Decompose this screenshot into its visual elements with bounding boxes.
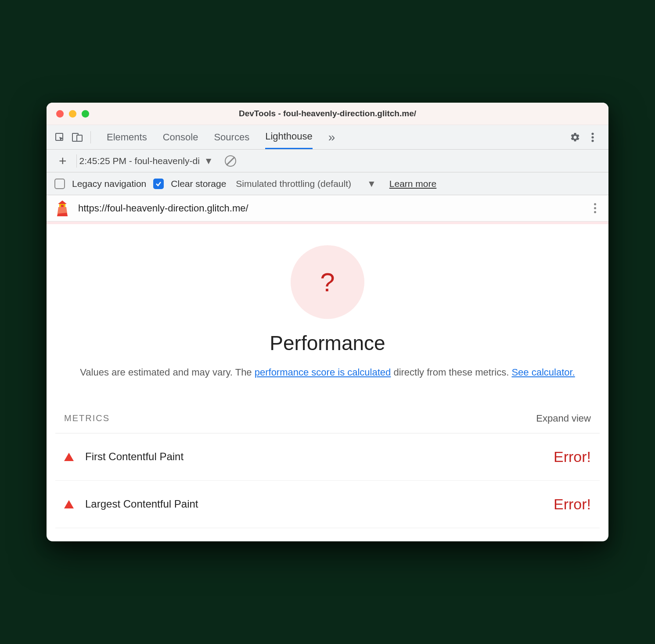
divider xyxy=(76,154,77,168)
error-triangle-icon xyxy=(64,500,74,508)
lighthouse-options: Legacy navigation Clear storage Simulate… xyxy=(47,172,608,195)
svg-point-5 xyxy=(591,140,594,142)
svg-rect-8 xyxy=(61,205,64,207)
tab-sources[interactable]: Sources xyxy=(214,125,249,149)
expand-view-toggle[interactable]: Expand view xyxy=(536,413,591,424)
throttling-dropdown-icon[interactable]: ▼ xyxy=(367,179,376,189)
metrics-header: METRICS Expand view xyxy=(55,389,600,433)
clear-storage-checkbox[interactable] xyxy=(153,179,164,189)
lighthouse-toolbar: + 2:45:25 PM - foul-heavenly-di ▼ xyxy=(47,150,608,172)
legacy-navigation-checkbox[interactable] xyxy=(54,179,65,189)
desc-text: Values are estimated and may vary. The xyxy=(80,367,254,378)
settings-gear-icon[interactable] xyxy=(566,129,584,146)
close-window-button[interactable] xyxy=(56,110,64,118)
svg-marker-6 xyxy=(58,200,67,204)
category-title: Performance xyxy=(64,331,591,355)
lighthouse-icon xyxy=(55,200,69,216)
tab-lighthouse[interactable]: Lighthouse xyxy=(265,125,313,149)
tab-label: Sources xyxy=(214,132,249,143)
tab-console[interactable]: Console xyxy=(163,125,198,149)
lighthouse-report: ? Performance Values are estimated and m… xyxy=(47,222,608,541)
throttling-label: Simulated throttling (default) xyxy=(236,179,351,189)
report-url-bar: https://foul-heavenly-direction.glitch.m… xyxy=(47,195,608,222)
window-title: DevTools - foul-heavenly-direction.glitc… xyxy=(47,109,608,118)
more-options-icon[interactable] xyxy=(584,129,601,146)
devtools-window: DevTools - foul-heavenly-direction.glitc… xyxy=(47,103,608,541)
metric-name: First Contentful Paint xyxy=(85,451,184,463)
gauge-value: ? xyxy=(320,267,335,297)
device-toolbar-icon[interactable] xyxy=(68,129,86,146)
traffic-lights xyxy=(47,110,89,118)
see-calculator-link[interactable]: See calculator. xyxy=(511,367,575,378)
clear-storage-label: Clear storage xyxy=(171,179,226,189)
titlebar: DevTools - foul-heavenly-direction.glitc… xyxy=(47,103,608,125)
metrics-section-label: METRICS xyxy=(64,413,110,423)
maximize-window-button[interactable] xyxy=(82,110,89,118)
tab-label: Console xyxy=(163,132,198,143)
inspect-element-icon[interactable] xyxy=(51,129,68,146)
tab-elements[interactable]: Elements xyxy=(107,125,147,149)
performance-category: ? Performance Values are estimated and m… xyxy=(47,224,608,389)
svg-rect-2 xyxy=(77,135,82,141)
tab-label: Elements xyxy=(107,132,147,143)
minimize-window-button[interactable] xyxy=(69,110,76,118)
svg-point-3 xyxy=(591,132,594,135)
metric-value: Error! xyxy=(554,496,591,513)
more-tabs-button[interactable]: » xyxy=(328,130,335,144)
category-description: Values are estimated and may vary. The p… xyxy=(64,365,591,380)
svg-point-4 xyxy=(591,136,594,138)
tab-label: Lighthouse xyxy=(265,131,313,142)
performance-score-gauge: ? xyxy=(291,245,364,319)
divider xyxy=(90,131,91,143)
error-triangle-icon xyxy=(64,453,74,461)
metric-value: Error! xyxy=(554,448,591,465)
panel-tabs: Elements Console Sources Lighthouse xyxy=(107,125,313,149)
clear-all-icon[interactable] xyxy=(225,155,236,167)
report-selector-label: 2:45:25 PM - foul-heavenly-di xyxy=(79,156,200,166)
learn-more-link[interactable]: Learn more xyxy=(389,179,436,189)
report-url: https://foul-heavenly-direction.glitch.m… xyxy=(78,203,248,214)
report-selector[interactable]: 2:45:25 PM - foul-heavenly-di ▼ xyxy=(79,156,213,166)
new-report-button[interactable]: + xyxy=(53,154,73,168)
performance-score-link[interactable]: performance score is calculated xyxy=(255,367,391,378)
metric-name: Largest Contentful Paint xyxy=(85,498,198,510)
report-menu-button[interactable] xyxy=(590,200,600,217)
legacy-navigation-label: Legacy navigation xyxy=(72,179,146,189)
devtools-tabstrip: Elements Console Sources Lighthouse » xyxy=(47,125,608,150)
metric-row[interactable]: Largest Contentful Paint Error! xyxy=(55,481,600,528)
metric-row[interactable]: First Contentful Paint Error! xyxy=(55,433,600,481)
desc-text: directly from these metrics. xyxy=(391,367,511,378)
chevron-down-icon: ▼ xyxy=(204,156,213,166)
